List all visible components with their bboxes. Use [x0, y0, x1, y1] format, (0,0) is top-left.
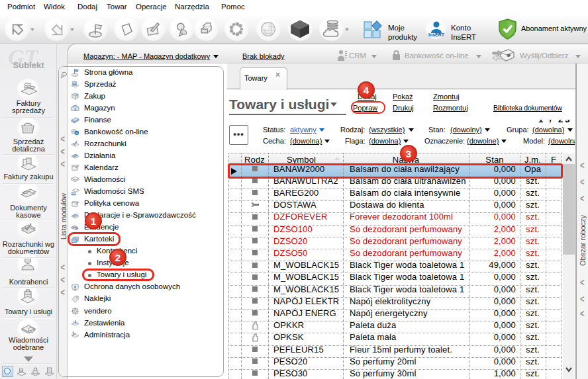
svg-text:SMS: SMS: [71, 192, 77, 195]
svg-text:e: e: [75, 132, 77, 136]
